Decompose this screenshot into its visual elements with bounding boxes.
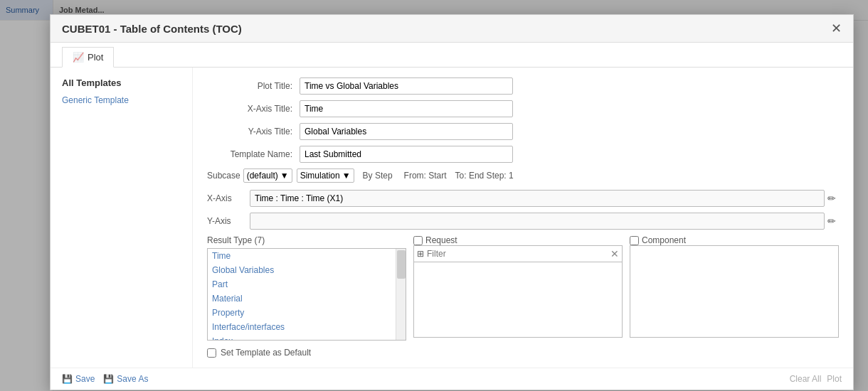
yaxis-label: Y-Axis [207, 216, 250, 226]
request-list[interactable] [413, 262, 623, 338]
dialog-header: CUBET01 - Table of Contents (TOC) ✕ [51, 15, 853, 43]
save-button[interactable]: 💾 Save [62, 374, 95, 384]
template-name-label: Template Name: [207, 149, 300, 159]
footer-left: 💾 Save 💾 Save As [62, 374, 148, 384]
toc-dialog: CUBET01 - Table of Contents (TOC) ✕ 📈 Pl… [50, 14, 854, 390]
set-default-label: Set Template as Default [221, 348, 311, 358]
yaxis-row: Y-Axis ✏ [207, 213, 839, 230]
list-item[interactable]: Index [208, 334, 406, 341]
dialog-close-button[interactable]: ✕ [831, 22, 842, 35]
template-item-generic[interactable]: Generic Template [62, 94, 181, 107]
clear-all-button[interactable]: Clear All [790, 374, 822, 384]
result-type-panel: Result Type (7) Time Global Variables Pa… [207, 235, 406, 341]
component-checkbox[interactable] [630, 236, 639, 245]
by-step-label: By Step [363, 171, 393, 181]
xaxis-title-row: X-Axis Title: [207, 100, 839, 117]
result-type-list[interactable]: Time Global Variables Part Material Prop… [207, 248, 406, 341]
request-filter-input[interactable] [427, 249, 610, 259]
component-list[interactable] [630, 245, 839, 338]
request-filter-box: ⊞ ✕ [413, 245, 623, 262]
templates-panel: All Templates Generic Template [51, 68, 193, 368]
set-default-row: Set Template as Default [207, 348, 839, 358]
xaxis-input[interactable] [250, 190, 825, 207]
yaxis-edit-button[interactable]: ✏ [825, 215, 839, 227]
filter-clear-button[interactable]: ✕ [610, 248, 619, 259]
subcase-sim-arrow: ▼ [342, 171, 351, 181]
bottom-section: Result Type (7) Time Global Variables Pa… [207, 235, 839, 341]
list-item[interactable]: Part [208, 277, 406, 291]
subcase-default-dropdown[interactable]: (default) ▼ [243, 168, 292, 183]
yaxis-input[interactable] [250, 213, 825, 230]
component-header: Component [642, 235, 686, 245]
xaxis-title-label: X-Axis Title: [207, 104, 300, 114]
list-scrollbar[interactable] [396, 249, 406, 340]
result-type-header: Result Type (7) [207, 235, 406, 245]
subcase-simulation-dropdown[interactable]: Simulation ▼ [297, 168, 354, 183]
plot-title-label: Plot Title: [207, 81, 300, 91]
footer-right: Clear All Plot [790, 374, 842, 384]
list-item[interactable]: Property [208, 306, 406, 320]
templates-header: All Templates [62, 77, 181, 88]
yaxis-title-row: Y-Axis Title: [207, 123, 839, 140]
subcase-default-value: (default) [247, 171, 278, 181]
template-name-input[interactable] [300, 146, 513, 163]
from-label: From: Start [404, 171, 447, 181]
template-name-row: Template Name: [207, 146, 839, 163]
yaxis-title-input[interactable] [300, 123, 513, 140]
subcase-label: Subcase [207, 171, 240, 181]
list-item[interactable]: Material [208, 291, 406, 306]
list-item[interactable]: Interface/interfaces [208, 320, 406, 334]
plot-tab-icon: 📈 [73, 52, 84, 63]
dialog-title: CUBET01 - Table of Contents (TOC) [62, 23, 242, 35]
plot-tab-label: Plot [88, 52, 103, 63]
request-panel: Request ⊞ ✕ [413, 235, 623, 341]
xaxis-row: X-Axis ✏ [207, 190, 839, 207]
list-item[interactable]: Global Variables [208, 263, 406, 277]
to-label: To: End Step: 1 [455, 171, 514, 181]
main-layout: Summary Job Metad... Status: Queue: Owne… [0, 43, 868, 391]
save-as-icon: 💾 [103, 374, 114, 384]
yaxis-title-label: Y-Axis Title: [207, 127, 300, 136]
subcase-row: Subcase (default) ▼ Simulation ▼ By Step… [207, 168, 839, 183]
xaxis-title-input[interactable] [300, 100, 513, 117]
list-item[interactable]: Time [208, 249, 406, 263]
save-as-button[interactable]: 💾 Save As [103, 374, 148, 384]
subcase-dropdown-arrow: ▼ [280, 171, 289, 181]
set-default-checkbox[interactable] [207, 348, 216, 358]
tab-plot[interactable]: 📈 Plot [62, 47, 114, 68]
save-icon: 💾 [62, 374, 73, 384]
plot-title-row: Plot Title: [207, 77, 839, 95]
plot-title-input[interactable] [300, 77, 513, 95]
xaxis-label: X-Axis [207, 193, 250, 203]
request-header: Request [425, 235, 457, 245]
plot-config: Plot Title: X-Axis Title: Y-Axis Title: … [193, 68, 853, 368]
xaxis-edit-button[interactable]: ✏ [825, 193, 839, 204]
dialog-body: All Templates Generic Template Plot Titl… [51, 68, 853, 368]
request-checkbox[interactable] [413, 236, 423, 245]
component-panel: Component [630, 235, 839, 341]
filter-icon: ⊞ [417, 249, 424, 259]
save-as-label: Save As [117, 374, 148, 384]
dialog-footer: 💾 Save 💾 Save As Clear All Plot [51, 368, 853, 390]
dialog-tabs: 📈 Plot [51, 43, 853, 68]
plot-button[interactable]: Plot [827, 374, 842, 384]
subcase-simulation-value: Simulation [300, 171, 340, 181]
save-label: Save [75, 374, 95, 384]
